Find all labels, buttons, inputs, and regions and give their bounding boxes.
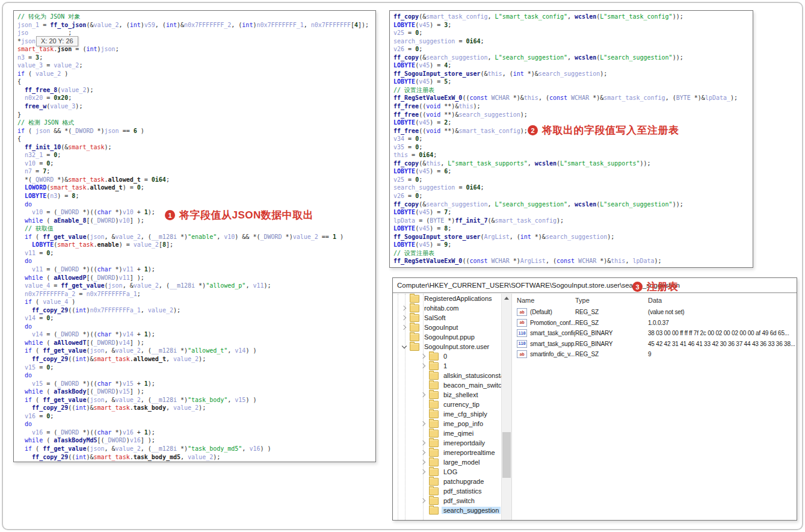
tooltip-text: X: 20 Y: 26 [41, 37, 73, 45]
registry-value-row[interactable]: absmartinfo_dic_v...REG_SZ9 [512, 349, 797, 360]
code-line: v25 = 0; [393, 29, 753, 37]
tree-item-SogouInput.store.user[interactable]: SogouInput.store.user [393, 342, 511, 351]
code-line: if ( json && *(_DWORD *)json == 6 ) [17, 127, 375, 135]
tree-item-pdf_switch[interactable]: pdf_switch [393, 496, 511, 506]
annotation-1-badge: 1 [165, 210, 175, 220]
tree-item-RegisteredApplications[interactable]: RegisteredApplications [393, 294, 511, 303]
chevron-right-icon[interactable] [400, 323, 409, 332]
screenshot-root: { "tooltip": {"text": "X: 20 Y: 26"}, "a… [0, 0, 805, 532]
scrollbar-up-arrow-icon[interactable] [504, 297, 509, 300]
tree-item-0[interactable]: 0 [393, 351, 511, 361]
code-line: while ( aTaskBodyMd5[(_DWORD)v16] ); [17, 436, 375, 445]
chevron-right-icon[interactable] [419, 458, 428, 466]
code-line: v16 = (_DWORD *)((char *)v16 + 1); [17, 428, 375, 437]
code-line: this = 0i64; [393, 151, 753, 159]
tree-item-SogouInput.ppup[interactable]: SogouInput.ppup [393, 332, 511, 342]
chevron-right-icon[interactable] [419, 439, 428, 447]
column-header-name[interactable]: Name [517, 297, 575, 304]
tree-item-LOG[interactable]: LOG [393, 467, 511, 477]
tree-item-SogouInput[interactable]: SogouInput [393, 323, 511, 332]
tree-item-label: imereportrealtime [442, 449, 497, 456]
tree-item-SalSoft[interactable]: SalSoft [393, 313, 511, 323]
pseudocode-panel-right: ff_copy(&smart_task_config, L"smart_task… [389, 10, 753, 268]
registry-value-row[interactable]: abPromotion_conf...REG_SZ1.0.0.37 [512, 318, 797, 329]
code-line: free_w(value_3); [17, 102, 375, 111]
chevron-down-icon[interactable] [400, 342, 409, 351]
chevron-right-icon[interactable] [419, 352, 428, 360]
value-data: 38 03 00 00 ff ff ff 7f 2c 00 02 00 02 0… [648, 330, 797, 336]
chevron-right-icon[interactable] [419, 362, 428, 370]
code-line: ff_init_10(&smart_task); [17, 143, 375, 152]
code-line: n3 = 3; [17, 54, 375, 62]
value-name-cell: 110smart_task_supp... [517, 340, 575, 348]
code-line: LOBYTE(v45) = 5; [393, 78, 753, 86]
tree-item-ime_pop_info[interactable]: ime_pop_info [393, 419, 511, 428]
tree-item-imereportdaily[interactable]: imereportdaily [393, 438, 511, 448]
chevron-right-icon[interactable] [419, 468, 428, 476]
code-line: *(_QWORD *)&smart_task.allowed_t = 0i64; [17, 176, 375, 184]
tree-item-label: 1 [442, 362, 449, 370]
folder-icon [429, 430, 439, 438]
code-line: ff_copy(&search_suggestion, L"search_sug… [393, 200, 753, 209]
code-line: v35 = 0; [393, 143, 753, 152]
value-type: REG_SZ [575, 309, 648, 315]
value-type: REG_BINARY [575, 330, 648, 336]
code-line: ff_copy(&this, L"smart_task_supports", w… [393, 159, 753, 168]
folder-icon [410, 333, 419, 341]
chevron-right-icon[interactable] [419, 448, 428, 457]
code-line: if ( ff_get_value(json, &value_2, (__m12… [17, 347, 375, 355]
tree-item-large_model[interactable]: large_model [393, 457, 511, 467]
pseudocode-left: // 转化为 JSON 对象json_1 = ff_to_json(&value… [17, 13, 375, 462]
code-line: if ( ff_get_value(json, &value_2, (__m12… [17, 445, 375, 453]
chevron-right-icon[interactable] [419, 419, 428, 428]
value-name: smartinfo_dic_v... [530, 351, 575, 357]
scrollbar-thumb[interactable] [502, 432, 511, 478]
tree-item-currency_tip[interactable]: currency_tip [393, 400, 511, 409]
column-header-type[interactable]: Type [575, 297, 648, 304]
tree-scrollbar[interactable] [501, 294, 511, 520]
tree-item-pdf_statistics[interactable]: pdf_statistics [393, 486, 511, 496]
code-line: do [17, 257, 375, 265]
tree-item-patchupgrade[interactable]: patchupgrade [393, 477, 511, 486]
tree-item-beacon_main_switch[interactable]: beacon_main_switch [393, 380, 511, 390]
chevron-placeholder [419, 410, 428, 418]
tree-item-ime_cfg_shiply[interactable]: ime_cfg_shiply [393, 409, 511, 419]
chevron-placeholder [400, 294, 409, 303]
registry-value-row[interactable]: ab(Default)REG_SZ(value not set) [512, 307, 797, 318]
code-line: ff_copy_29((int)&smart_task.task_body_md… [17, 453, 375, 462]
code-line: json_1 = ff_to_json(&value_2, (int)v59, … [17, 21, 375, 29]
tree-item-biz_shellext[interactable]: biz_shellext [393, 390, 511, 400]
value-name-cell: abPromotion_conf... [517, 319, 575, 327]
code-line: if ( value_4 ) [17, 298, 375, 306]
code-line: n32_1 = 0; [17, 151, 375, 159]
tree-item-ime_qimei[interactable]: ime_qimei [393, 428, 511, 438]
code-line: do [17, 323, 375, 331]
tree-item-search_suggestion[interactable]: search_suggestion [393, 506, 511, 515]
pseudocode-panel-left: // 转化为 JSON 对象json_1 = ff_to_json(&value… [13, 10, 376, 462]
tree-item-label: SogouInput.store.user [422, 343, 491, 350]
registry-value-row[interactable]: 110smart_task_configREG_BINARY38 03 00 0… [512, 328, 797, 339]
registry-value-row[interactable]: 110smart_task_supp...REG_BINARY45 42 42 … [512, 339, 797, 350]
tree-item-label: large_model [442, 459, 482, 466]
tree-item-imereportrealtime[interactable]: imereportrealtime [393, 448, 511, 457]
tree-item-label: pdf_statistics [442, 487, 484, 495]
column-header-data[interactable]: Data [648, 297, 797, 304]
tree-item-allskin_statusiconstatis[interactable]: allskin_statusiconstatis [393, 371, 511, 380]
chevron-placeholder [419, 506, 428, 515]
registry-address-bar[interactable]: Computer\HKEY_CURRENT_USER\SOFTWARE\Sogo… [393, 278, 797, 293]
code-line: } [17, 111, 375, 119]
reg-sz-icon: ab [517, 319, 527, 327]
folder-icon [429, 382, 439, 389]
code-line: n7 = 7; [17, 167, 375, 176]
code-line: do [17, 200, 375, 209]
chevron-right-icon[interactable] [419, 391, 428, 399]
value-name-cell: 110smart_task_config [517, 329, 575, 337]
code-line: while ( aAllowedP[(_DWORD)v11] ); [17, 274, 375, 282]
chevron-right-icon[interactable] [419, 496, 428, 505]
tree-item-rohitab.com[interactable]: rohitab.com [393, 303, 511, 313]
code-line: v10 = 0; [17, 159, 375, 168]
chevron-right-icon[interactable] [400, 314, 409, 322]
tree-item-1[interactable]: 1 [393, 361, 511, 371]
chevron-right-icon[interactable] [400, 304, 409, 312]
folder-icon [429, 487, 439, 495]
